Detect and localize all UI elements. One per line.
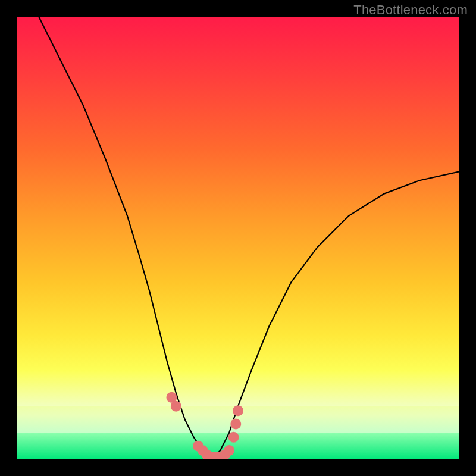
highlight-dot: [171, 401, 181, 412]
highlight-dot: [224, 445, 234, 456]
highlight-dot: [228, 432, 239, 443]
watermark-text: TheBottleneck.com: [353, 2, 468, 18]
curve-overlay: [17, 17, 459, 459]
plot-area: [17, 17, 459, 459]
highlight-dot: [230, 419, 241, 430]
highlight-dot: [233, 405, 243, 416]
chart-frame: TheBottleneck.com: [0, 0, 476, 476]
right-branch-path: [211, 171, 459, 459]
dots-group: [166, 392, 243, 459]
left-branch-path: [39, 17, 211, 459]
